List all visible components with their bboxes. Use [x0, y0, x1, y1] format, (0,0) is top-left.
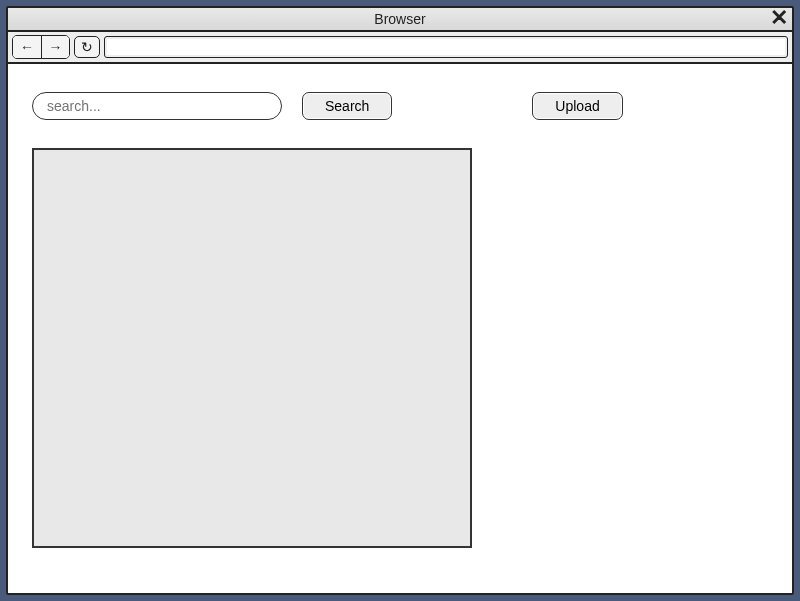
back-button[interactable]: ← [13, 36, 41, 58]
nav-button-group: ← → [12, 35, 70, 59]
url-input[interactable] [104, 36, 788, 58]
nav-toolbar: ← → ↻ [8, 32, 792, 64]
arrow-left-icon: ← [20, 39, 34, 55]
upload-button[interactable]: Upload [532, 92, 622, 120]
browser-window: Browser ✕ ← → ↻ Search Upload [6, 6, 794, 595]
content-placeholder [32, 148, 472, 548]
close-icon[interactable]: ✕ [770, 6, 788, 30]
titlebar: Browser ✕ [8, 8, 792, 32]
page-content: Search Upload [8, 64, 792, 572]
reload-button[interactable]: ↻ [74, 36, 100, 58]
action-row: Search Upload [32, 92, 768, 120]
reload-icon: ↻ [81, 39, 93, 55]
search-input[interactable] [32, 92, 282, 120]
arrow-right-icon: → [49, 39, 63, 55]
window-title: Browser [374, 11, 425, 27]
forward-button[interactable]: → [41, 36, 69, 58]
search-button[interactable]: Search [302, 92, 392, 120]
